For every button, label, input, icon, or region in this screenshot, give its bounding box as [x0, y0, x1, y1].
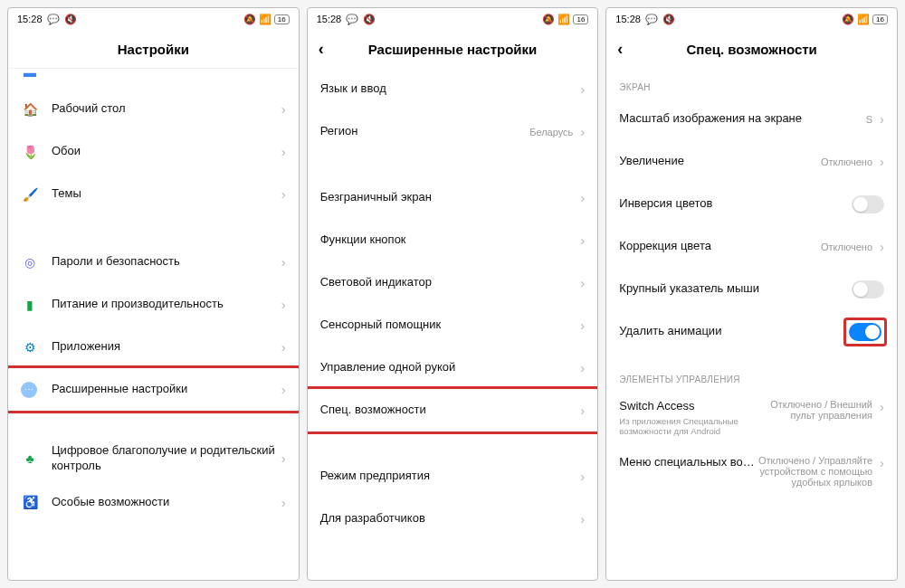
wifi-icon: 📶: [259, 14, 272, 25]
list-item-advanced[interactable]: ⋯ Расширенные настройки ›: [8, 368, 299, 411]
status-time: 15:28: [17, 14, 43, 24]
list-item-color-correction[interactable]: Коррекция цвета Отключено ›: [606, 225, 897, 268]
shield-icon: ◎: [21, 253, 39, 271]
list-item-security[interactable]: ◎ Пароли и безопасность ›: [8, 241, 299, 283]
divider: [8, 411, 299, 436]
notification-icon: ▬: [21, 68, 39, 81]
chevron-right-icon: ›: [580, 275, 585, 290]
list-item-remove-animations[interactable]: Удалить анимации: [606, 310, 897, 353]
list-item-language[interactable]: Язык и ввод ›: [308, 68, 598, 110]
chevron-right-icon: ›: [580, 124, 585, 139]
chevron-right-icon: ›: [880, 239, 884, 254]
chevron-right-icon: ›: [281, 495, 286, 510]
gear-icon: ⚙: [21, 338, 39, 356]
list-item-accessibility[interactable]: Спец. возможности ›: [308, 389, 598, 432]
list-item-desktop[interactable]: 🏠 Рабочий стол ›: [8, 88, 299, 130]
header: Настройки: [8, 30, 299, 68]
dnd-icon: 🔕: [842, 14, 854, 25]
home-icon: 🏠: [21, 100, 39, 119]
list-item-region[interactable]: Регион Беларусь ›: [308, 110, 598, 153]
list-item-accessibility-menu[interactable]: Меню специальных во… Отключено / Управля…: [606, 446, 897, 497]
list-item-magnification[interactable]: Увеличение Отключено ›: [606, 140, 897, 183]
toggle-switch[interactable]: [852, 195, 884, 213]
list-item-accessibility[interactable]: ♿ Особые возможности ›: [8, 481, 299, 524]
list-item-led[interactable]: Световой индикатор ›: [308, 261, 598, 304]
status-time: 15:28: [317, 14, 342, 24]
chevron-right-icon: ›: [880, 111, 884, 127]
chevron-right-icon: ›: [580, 232, 585, 248]
chevron-right-icon: ›: [580, 403, 585, 418]
chevron-right-icon: ›: [281, 101, 286, 117]
wellbeing-icon: ♣: [21, 450, 39, 468]
list-item-switch-access[interactable]: Switch Access Из приложения Специальные …: [606, 390, 897, 446]
content[interactable]: Язык и ввод › Регион Беларусь › Безграни…: [308, 68, 598, 580]
volume-icon: 🔇: [64, 14, 77, 25]
list-item-large-pointer[interactable]: Крупный указатель мыши: [606, 268, 897, 310]
section-title: ЭКРАН: [606, 68, 897, 98]
chevron-right-icon: ›: [880, 154, 884, 169]
page-title: Расширенные настройки: [368, 42, 538, 57]
screen-advanced: 15:28 💬 🔇 🔕 📶 16 ‹ Расширенные настройки…: [307, 7, 599, 581]
battery-icon: 16: [274, 14, 290, 24]
list-item-themes[interactable]: 🖌️ Темы ›: [8, 173, 299, 215]
list-item-wallpaper[interactable]: 🌷 Обои ›: [8, 130, 299, 173]
toggle-switch[interactable]: [852, 280, 884, 299]
chevron-right-icon: ›: [281, 450, 286, 466]
chevron-right-icon: ›: [580, 190, 585, 205]
chevron-right-icon: ›: [281, 254, 286, 270]
wifi-icon: 📶: [857, 14, 870, 25]
chat-icon: 💬: [47, 14, 60, 25]
chevron-right-icon: ›: [880, 399, 884, 414]
list-item-color-inversion[interactable]: Инверсия цветов: [606, 183, 897, 225]
back-button[interactable]: ‹: [319, 40, 324, 59]
highlight-box: Спец. возможности ›: [308, 386, 598, 434]
list-item-wellbeing[interactable]: ♣ Цифровое благополучие и родительский к…: [8, 436, 299, 481]
header: ‹ Расширенные настройки: [308, 30, 598, 68]
list-item-one-hand[interactable]: Управление одной рукой ›: [308, 346, 598, 389]
dnd-icon: 🔕: [243, 14, 256, 25]
list-item[interactable]: ▬: [8, 68, 299, 88]
chevron-right-icon: ›: [580, 469, 585, 484]
wallpaper-icon: 🌷: [21, 143, 39, 161]
list-item-display-scale[interactable]: Масштаб изображения на экране S ›: [606, 98, 897, 140]
divider: [308, 432, 598, 455]
section-title: ЭЛЕМЕНТЫ УПРАВЛЕНИЯ: [606, 353, 897, 390]
back-button[interactable]: ‹: [617, 40, 623, 59]
screen-settings: 15:28 💬 🔇 🔕 📶 16 Настройки ▬ 🏠 Рабочий с…: [7, 7, 300, 581]
theme-icon: 🖌️: [21, 185, 39, 204]
content[interactable]: ▬ 🏠 Рабочий стол › 🌷 Обои › 🖌️ Темы › ◎ …: [8, 68, 299, 580]
chevron-right-icon: ›: [281, 339, 286, 355]
highlight-box: ⋯ Расширенные настройки ›: [8, 365, 299, 413]
chevron-right-icon: ›: [281, 144, 286, 159]
chevron-right-icon: ›: [580, 511, 585, 526]
more-icon: ⋯: [21, 382, 37, 398]
content[interactable]: ЭКРАН Масштаб изображения на экране S › …: [606, 68, 897, 580]
list-item-buttons[interactable]: Функции кнопок ›: [308, 219, 598, 261]
status-time: 15:28: [615, 14, 641, 24]
chevron-right-icon: ›: [580, 318, 585, 333]
list-item-power[interactable]: ▮ Питание и производительность ›: [8, 283, 299, 326]
toggle-switch[interactable]: [849, 323, 881, 341]
volume-icon: 🔇: [662, 14, 675, 25]
list-item-fullscreen[interactable]: Безграничный экран ›: [308, 176, 598, 219]
statusbar: 15:28 💬 🔇 🔕 📶 16: [8, 8, 299, 30]
chevron-right-icon: ›: [880, 455, 884, 470]
list-item-developer[interactable]: Для разработчиков ›: [308, 498, 598, 540]
dnd-icon: 🔕: [542, 14, 555, 25]
battery-icon: 16: [872, 14, 888, 24]
statusbar: 15:28 💬 🔇 🔕 📶 16: [606, 8, 897, 30]
battery-icon: ▮: [21, 296, 39, 314]
page-title: Спец. возможности: [687, 42, 817, 57]
highlight-box: [843, 318, 887, 346]
volume-icon: 🔇: [363, 14, 376, 25]
list-item-apps[interactable]: ⚙ Приложения ›: [8, 326, 299, 368]
chevron-right-icon: ›: [281, 297, 286, 312]
chevron-right-icon: ›: [580, 360, 585, 375]
wifi-icon: 📶: [557, 14, 570, 25]
list-item-touch-assist[interactable]: Сенсорный помощник ›: [308, 304, 598, 346]
accessibility-icon: ♿: [21, 493, 39, 511]
list-item-enterprise[interactable]: Режим предприятия ›: [308, 455, 598, 498]
header: ‹ Спец. возможности: [606, 30, 897, 68]
divider: [8, 215, 299, 241]
page-title: Настройки: [118, 42, 189, 57]
